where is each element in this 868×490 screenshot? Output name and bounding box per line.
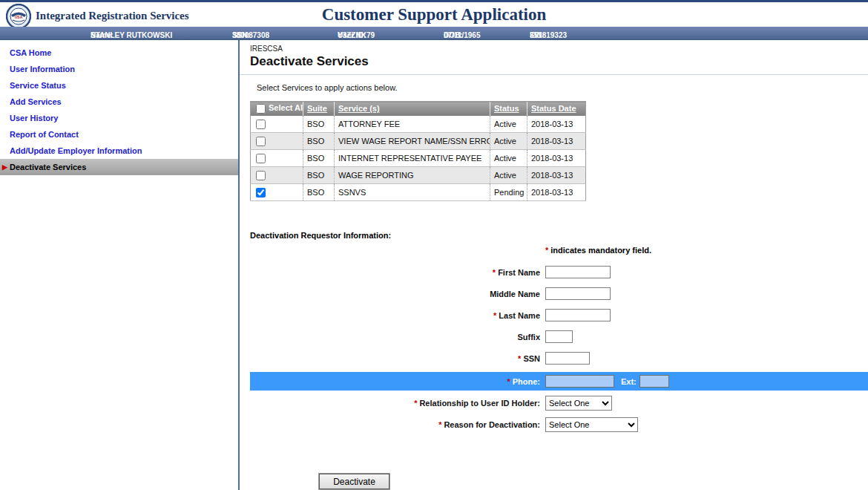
- relationship-row: *Relationship to User ID Holder: Select …: [250, 392, 868, 414]
- sidebar-item-deactivate-services[interactable]: ▶Deactivate Services: [0, 159, 238, 175]
- status-date-cell: 2018-03-13: [527, 133, 586, 150]
- row-checkbox[interactable]: [256, 120, 266, 129]
- status-date-cell: 2018-03-13: [527, 167, 586, 184]
- ssn-input[interactable]: [545, 352, 590, 365]
- status-column-header: Status: [490, 102, 527, 116]
- instruction-text: Select Services to apply actions below.: [257, 83, 868, 92]
- app-header: USA Integrated Registration Services Cus…: [0, 0, 868, 27]
- service-cell: SSNVS: [335, 184, 490, 201]
- services-table: Select All Suite Service (s) Status Stat…: [250, 101, 586, 201]
- ext-label: Ext:: [621, 377, 637, 386]
- middle-name-input[interactable]: [545, 287, 611, 300]
- page-main-title: Customer Support Application: [0, 5, 868, 24]
- status-cell: Pending: [490, 184, 527, 201]
- status-cell: Active: [490, 167, 527, 184]
- deactivate-button[interactable]: Deactivate: [319, 474, 389, 489]
- main-content: IRESCSA Deactivate Services Select Servi…: [240, 40, 868, 490]
- sidebar-nav: CSA Home User Information Service Status…: [0, 40, 240, 490]
- service-cell: ATTORNEY FEE: [335, 116, 490, 133]
- last-name-row: *Last Name: [250, 304, 868, 326]
- select-all-header: Select All: [251, 102, 303, 116]
- sidebar-item-csa-home[interactable]: CSA Home: [0, 45, 238, 61]
- suite-cell: BSO: [303, 167, 335, 184]
- sidebar-item-report-of-contact[interactable]: Report of Contact: [0, 126, 238, 143]
- reason-label: *Reason for Deactivation:: [250, 420, 540, 429]
- mandatory-field-note: *indicates mandatory field.: [545, 246, 868, 255]
- page-title: Deactivate Services: [250, 54, 868, 74]
- suite-cell: BSO: [303, 150, 335, 167]
- suffix-row: Suffix: [250, 326, 868, 347]
- reason-row: *Reason for Deactivation: Select One: [250, 414, 868, 435]
- reason-select[interactable]: Select One: [545, 417, 638, 432]
- service-sort-link[interactable]: Service (s): [338, 104, 380, 113]
- row-checkbox[interactable]: [256, 154, 266, 163]
- service-cell: INTERNET REPRESENTATIVE PAYEE: [335, 150, 490, 167]
- suite-column-header: Suite: [303, 102, 335, 116]
- selected-item-arrow-icon: ▶: [2, 159, 7, 175]
- phone-ext-input[interactable]: [640, 375, 669, 388]
- table-header-row: Select All Suite Service (s) Status Stat…: [251, 102, 586, 116]
- last-name-input[interactable]: [545, 309, 611, 321]
- status-cell: Active: [490, 150, 527, 167]
- table-row: BSO ATTORNEY FEE Active 2018-03-13: [251, 116, 586, 133]
- sidebar-item-service-status[interactable]: Service Status: [0, 77, 238, 94]
- breadcrumb: IRESCSA: [250, 45, 868, 53]
- select-all-checkbox[interactable]: [256, 104, 266, 114]
- ssn-row: *SSN: [250, 347, 868, 369]
- status-date-cell: 2018-03-13: [527, 150, 586, 167]
- relationship-label: *Relationship to User ID Holder:: [250, 399, 540, 408]
- status-cell: Active: [490, 133, 527, 150]
- service-cell: VIEW WAGE REPORT NAME/SSN ERRORS: [335, 133, 490, 150]
- customer-support-application-window: USA Integrated Registration Services Cus…: [0, 0, 868, 490]
- table-row: BSO VIEW WAGE REPORT NAME/SSN ERRORS Act…: [251, 133, 586, 150]
- row-checkbox[interactable]: [256, 188, 266, 197]
- suite-sort-link[interactable]: Suite: [307, 104, 327, 113]
- sidebar-item-add-services[interactable]: Add Services: [0, 94, 238, 110]
- mandatory-asterisk: *: [545, 246, 548, 255]
- ssn-label: *SSN: [250, 354, 540, 363]
- phone-input[interactable]: [545, 375, 614, 388]
- phone-label: *Phone:: [250, 377, 540, 386]
- middle-name-row: Middle Name: [250, 283, 868, 304]
- sidebar-item-add-update-employer-information[interactable]: Add/Update Employer Information: [0, 143, 238, 159]
- table-row: BSO WAGE REPORTING Active 2018-03-13: [251, 167, 586, 184]
- suffix-label: Suffix: [250, 333, 540, 342]
- status-cell: Active: [490, 116, 527, 133]
- service-column-header: Service (s): [335, 102, 490, 116]
- requestor-section-title: Deactivation Requestor Information:: [250, 231, 868, 240]
- table-row: BSO SSNVS Pending 2018-03-13: [251, 184, 586, 201]
- status-date-column-header: Status Date: [527, 102, 586, 116]
- sidebar-item-user-history[interactable]: User History: [0, 110, 238, 126]
- suite-cell: BSO: [303, 184, 335, 201]
- suffix-input[interactable]: [545, 330, 573, 343]
- status-date-cell: 2018-03-13: [527, 116, 586, 133]
- suite-cell: BSO: [303, 133, 335, 150]
- last-name-label: *Last Name: [250, 311, 540, 320]
- relationship-select[interactable]: Select One: [545, 396, 612, 411]
- table-row: BSO INTERNET REPRESENTATIVE PAYEE Active…: [251, 150, 586, 167]
- middle-name-label: Middle Name: [250, 290, 540, 298]
- title-divider: [240, 74, 868, 75]
- sidebar-item-user-information[interactable]: User Information: [0, 61, 238, 77]
- first-name-label: *First Name: [250, 268, 540, 277]
- phone-row-highlighted: *Phone: Ext:: [250, 372, 868, 391]
- row-checkbox[interactable]: [256, 137, 266, 146]
- suite-cell: BSO: [303, 116, 335, 133]
- first-name-row: *First Name: [250, 261, 868, 283]
- service-cell: WAGE REPORTING: [335, 167, 490, 184]
- status-date-sort-link[interactable]: Status Date: [531, 104, 576, 113]
- first-name-input[interactable]: [545, 266, 611, 278]
- status-date-cell: 2018-03-13: [527, 184, 586, 201]
- user-info-bar: Name: STANLEY RUTKOWSKI SSN: 380087308 U…: [0, 27, 868, 40]
- row-checkbox[interactable]: [256, 171, 266, 180]
- status-sort-link[interactable]: Status: [494, 104, 519, 113]
